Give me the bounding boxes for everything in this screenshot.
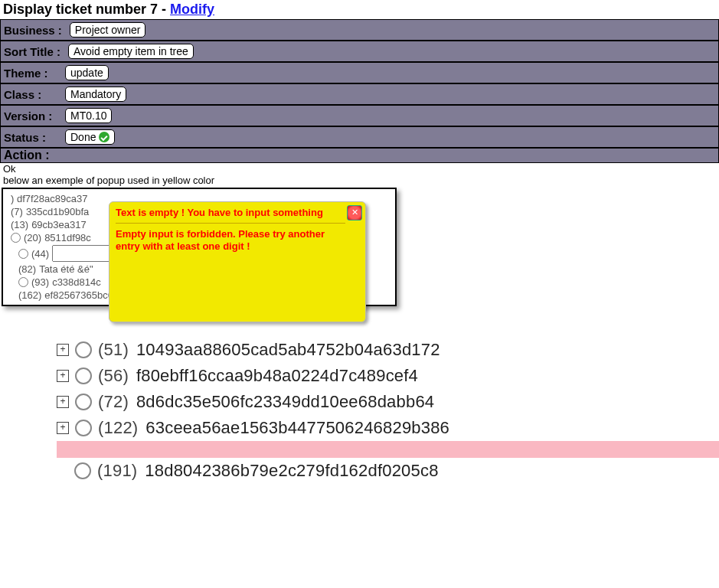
item-id: (72) <box>98 392 129 412</box>
list-item[interactable]: + (56) f80ebff16ccaa9b48a0224d7c489cef4 <box>57 363 719 389</box>
item-hash: 18d8042386b79e2c279fd162df0205c8 <box>145 461 438 481</box>
radio-icon[interactable] <box>75 341 92 358</box>
field-value: Mandatory <box>65 87 126 102</box>
field-status: Status : Done <box>0 126 719 148</box>
list-item[interactable]: (191) 18d8042386b79e2c279fd162df0205c8 <box>57 458 719 484</box>
field-sort-title: Sort Title : Avoid empty item in tree <box>0 41 719 62</box>
popup-body: Empty input is forbidden. Please try ano… <box>116 228 345 253</box>
field-version: Version : MT0.10 <box>0 105 719 126</box>
tree-id: (20) <box>24 232 41 243</box>
field-theme: Theme : update <box>0 62 719 83</box>
field-value: MT0.10 <box>65 108 112 123</box>
item-id: (51) <box>98 340 129 360</box>
list-item[interactable]: + (122) 63ceea56ae1563b4477506246829b386 <box>57 415 719 441</box>
tree-id: (82) <box>18 263 36 275</box>
radio-icon[interactable] <box>75 420 92 436</box>
radio-icon[interactable] <box>74 462 91 479</box>
item-id: (191) <box>97 461 137 481</box>
field-label: Status : <box>4 131 57 144</box>
tree-text: ) df7f28ac89ca37 <box>11 193 87 204</box>
field-value: Avoid empty item in tree <box>68 44 194 59</box>
tree-text: Tata été &é" <box>39 263 93 275</box>
expand-icon[interactable]: + <box>57 396 69 408</box>
field-class: Class : Mandatory <box>0 83 719 105</box>
tree-radio[interactable] <box>18 249 28 259</box>
field-label: Theme : <box>4 67 57 80</box>
popup-title: Text is empty ! You have to input someth… <box>116 207 345 224</box>
field-label: Version : <box>4 109 57 122</box>
item-hash: 63ceea56ae1563b4477506246829b386 <box>145 418 449 438</box>
field-label: Sort Title : <box>4 45 60 58</box>
radio-icon[interactable] <box>75 368 92 384</box>
page-title: Display ticket number 7 - Modify <box>0 0 719 19</box>
tree-text: c338d814c <box>52 276 101 288</box>
item-hash: 10493aa88605cad5ab4752b04a63d172 <box>136 340 440 360</box>
list-item[interactable]: + (72) 8d6dc35e506fc23349dd10ee68dabb64 <box>57 389 719 415</box>
warning-popup: ✕ Text is empty ! You have to input some… <box>109 201 366 322</box>
item-id: (56) <box>98 366 129 386</box>
close-icon[interactable]: ✕ <box>347 205 362 220</box>
list-item-selected[interactable] <box>57 441 719 458</box>
radio-icon[interactable] <box>75 394 92 410</box>
modify-link[interactable]: Modify <box>170 2 214 17</box>
example-note: below an exemple of popup used in yellow… <box>0 175 719 186</box>
ok-text: Ok <box>0 163 719 175</box>
field-value: update <box>65 65 109 80</box>
field-label: Class : <box>4 88 57 101</box>
tree-radio[interactable] <box>18 277 28 287</box>
item-hash: f80ebff16ccaa9b48a0224d7c489cef4 <box>136 366 418 386</box>
field-business: Business : Project owner <box>0 19 719 41</box>
big-tree: + (51) 10493aa88605cad5ab4752b04a63d172 … <box>57 337 719 484</box>
list-item[interactable]: + (51) 10493aa88605cad5ab4752b04a63d172 <box>57 337 719 363</box>
tree-id: (93) <box>31 276 49 288</box>
tree-id: (162) <box>18 289 41 301</box>
tree-text: 69cb3ea317 <box>31 219 87 230</box>
title-text: Display ticket number 7 - <box>3 2 170 17</box>
item-id: (122) <box>98 418 138 438</box>
expand-icon[interactable]: + <box>57 370 69 382</box>
tree-text: 335cd1b90bfa <box>26 206 89 217</box>
field-value: Done <box>65 129 115 145</box>
tree-radio[interactable] <box>11 233 21 243</box>
tree-text: 8511df98c <box>44 232 91 243</box>
check-icon <box>99 132 109 142</box>
expand-icon[interactable]: + <box>57 344 69 356</box>
field-value: Project owner <box>70 22 146 38</box>
tree-id: (13) <box>11 219 28 230</box>
action-header: Action : <box>0 148 719 163</box>
tree-id: (7) <box>11 206 23 217</box>
item-hash: 8d6dc35e506fc23349dd10ee68dabb64 <box>136 392 434 412</box>
status-text: Done <box>70 131 96 143</box>
tree-id: (44) <box>31 248 49 260</box>
popup-screenshot: ) df7f28ac89ca37 (7)335cd1b90bfa (13)69c… <box>2 188 397 306</box>
field-label: Business : <box>4 24 62 37</box>
expand-icon[interactable]: + <box>57 422 69 434</box>
